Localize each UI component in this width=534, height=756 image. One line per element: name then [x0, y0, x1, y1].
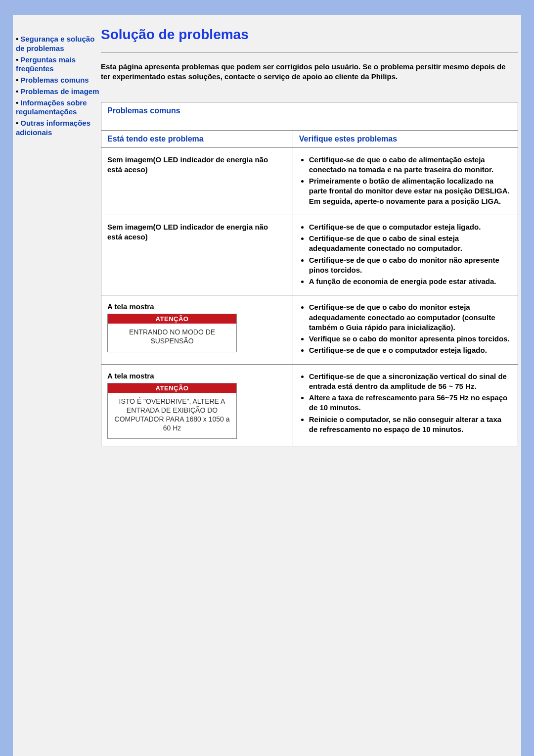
- problem-cell: Sem imagem(O LED indicador de energia nã…: [101, 147, 293, 215]
- sidebar-link[interactable]: Segurança e solução de problemas: [16, 35, 94, 52]
- sidebar-link[interactable]: Problemas de imagem: [20, 87, 99, 95]
- problem-text: está aceso): [107, 165, 287, 175]
- check-item: Certifique-se de que o cabo de sinal est…: [309, 234, 512, 254]
- bullet-icon: •: [16, 87, 18, 95]
- check-item: Certifique-se de que o cabo do monitor n…: [309, 255, 512, 276]
- check-item: Reinicie o computador, se não conseguir …: [309, 415, 512, 435]
- page-container: •Segurança e solução de problemas •Pergu…: [13, 15, 521, 756]
- warning-body: ENTRANDO NO MODO DE SUSPENSÃO: [108, 324, 236, 351]
- problem-cell: A tela mostra ATENÇÃO ISTO É "OVERDRIVE"…: [101, 364, 293, 446]
- sidebar-link[interactable]: Problemas comuns: [20, 76, 89, 84]
- table-caption: Problemas comuns: [101, 102, 518, 130]
- screen-shows-label: A tela mostra: [107, 302, 287, 311]
- sidebar-item-faq[interactable]: •Perguntas mais freqüentes: [16, 55, 100, 74]
- check-item: Altere a taxa de refrescamento para 56~7…: [309, 393, 512, 413]
- checks-cell: Certifique-se de que a sincronização ver…: [293, 364, 518, 446]
- sidebar-link[interactable]: Outras informações adicionais: [16, 119, 90, 137]
- problem-text: Sem imagem(O LED indicador de energia nã…: [107, 155, 287, 165]
- bullet-icon: •: [16, 119, 18, 127]
- bullet-icon: •: [16, 35, 18, 43]
- checks-cell: Certifique-se de que o cabo do monitor e…: [293, 295, 518, 364]
- check-item: Verifique se o cabo do monitor apresenta…: [309, 334, 512, 344]
- table-row: A tela mostra ATENÇÃO ENTRANDO NO MODO D…: [101, 295, 518, 364]
- checks-cell: Certifique-se de que o cabo de alimentaç…: [293, 147, 518, 215]
- warning-title: ATENÇÃO: [108, 314, 236, 324]
- sidebar-item-reg[interactable]: •Informações sobre regulamentações: [16, 98, 100, 117]
- check-item: Certifique-se de que o cabo do monitor e…: [309, 302, 512, 332]
- warning-box: ATENÇÃO ENTRANDO NO MODO DE SUSPENSÃO: [107, 314, 237, 352]
- troubleshooting-table: Problemas comuns Está tendo este problem…: [101, 102, 518, 447]
- sidebar-nav: •Segurança e solução de problemas •Pergu…: [13, 15, 101, 140]
- sidebar-item-common[interactable]: •Problemas comuns: [16, 76, 100, 85]
- table-row: Sem imagem(O LED indicador de energia nã…: [101, 215, 518, 295]
- bullet-icon: •: [16, 98, 18, 107]
- problem-cell: Sem imagem(O LED indicador de energia nã…: [101, 215, 293, 295]
- check-item: Primeiramente o botão de alimentação loc…: [309, 176, 512, 206]
- check-item: Certifique-se de que o computador esteja…: [309, 222, 512, 232]
- col-head-problem: Está tendo este problema: [101, 130, 293, 147]
- check-item: A função de economia de energia pode est…: [309, 277, 512, 286]
- table-row: A tela mostra ATENÇÃO ISTO É "OVERDRIVE"…: [101, 364, 518, 446]
- main-content: Solução de problemas Esta página apresen…: [101, 15, 521, 446]
- sidebar-item-other[interactable]: •Outras informações adicionais: [16, 119, 100, 138]
- screen-shows-label: A tela mostra: [107, 372, 287, 380]
- problem-text: Sem imagem(O LED indicador de energia nã…: [107, 222, 287, 232]
- page-title: Solução de problemas: [101, 27, 518, 43]
- check-item: Certifique-se de que a sincronização ver…: [309, 372, 512, 392]
- col-head-check: Verifique estes problemas: [293, 130, 518, 147]
- warning-box: ATENÇÃO ISTO É "OVERDRIVE", ALTERE A ENT…: [107, 383, 237, 439]
- divider: [101, 52, 518, 53]
- check-item: Certifique-se de que e o computador este…: [309, 345, 512, 355]
- intro-text: Esta página apresenta problemas que pode…: [101, 62, 518, 82]
- sidebar-item-safety[interactable]: •Segurança e solução de problemas: [16, 35, 100, 53]
- sidebar-link[interactable]: Informações sobre regulamentações: [16, 98, 87, 116]
- check-item: Certifique-se de que o cabo de alimentaç…: [309, 155, 512, 175]
- table-row: Sem imagem(O LED indicador de energia nã…: [101, 147, 518, 215]
- sidebar-item-image[interactable]: •Problemas de imagem: [16, 87, 100, 96]
- bullet-icon: •: [16, 55, 18, 64]
- checks-cell: Certifique-se de que o computador esteja…: [293, 215, 518, 295]
- bullet-icon: •: [16, 76, 18, 84]
- problem-cell: A tela mostra ATENÇÃO ENTRANDO NO MODO D…: [101, 295, 293, 364]
- problem-text: está aceso): [107, 232, 287, 242]
- warning-title: ATENÇÃO: [108, 383, 236, 393]
- sidebar-link[interactable]: Perguntas mais freqüentes: [16, 55, 76, 73]
- warning-body: ISTO É "OVERDRIVE", ALTERE A ENTRADA DE …: [108, 393, 236, 439]
